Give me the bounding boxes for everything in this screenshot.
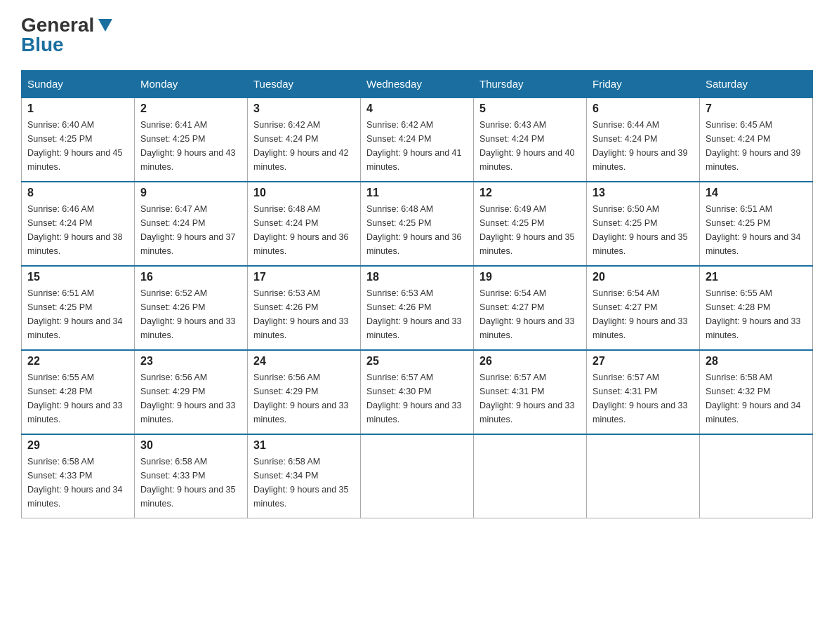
calendar-day-cell: 22 Sunrise: 6:55 AMSunset: 4:28 PMDaylig… <box>22 350 135 434</box>
day-number: 9 <box>140 187 241 199</box>
day-number: 13 <box>593 187 694 199</box>
calendar-day-cell: 24 Sunrise: 6:56 AMSunset: 4:29 PMDaylig… <box>248 350 361 434</box>
calendar-day-cell: 25 Sunrise: 6:57 AMSunset: 4:30 PMDaylig… <box>361 350 474 434</box>
day-info: Sunrise: 6:55 AMSunset: 4:28 PMDaylight:… <box>706 286 807 342</box>
calendar-day-cell: 21 Sunrise: 6:55 AMSunset: 4:28 PMDaylig… <box>700 266 813 350</box>
day-info: Sunrise: 6:58 AMSunset: 4:32 PMDaylight:… <box>706 370 807 427</box>
calendar-day-cell: 27 Sunrise: 6:57 AMSunset: 4:31 PMDaylig… <box>587 350 700 434</box>
day-info: Sunrise: 6:46 AMSunset: 4:24 PMDaylight:… <box>27 202 128 258</box>
day-number: 3 <box>253 102 355 115</box>
day-info: Sunrise: 6:53 AMSunset: 4:26 PMDaylight:… <box>366 286 468 342</box>
day-number: 23 <box>140 355 241 368</box>
calendar-day-cell <box>700 434 813 518</box>
day-number: 31 <box>253 439 355 452</box>
day-number: 29 <box>27 439 128 452</box>
calendar-day-cell: 16 Sunrise: 6:52 AMSunset: 4:26 PMDaylig… <box>135 266 248 350</box>
logo-triangle-icon <box>98 19 112 32</box>
calendar-table: SundayMondayTuesdayWednesdayThursdayFrid… <box>21 70 813 518</box>
calendar-week-row: 8 Sunrise: 6:46 AMSunset: 4:24 PMDayligh… <box>22 182 813 266</box>
day-info: Sunrise: 6:44 AMSunset: 4:24 PMDaylight:… <box>593 118 694 174</box>
weekday-header-saturday: Saturday <box>700 71 813 98</box>
calendar-day-cell: 3 Sunrise: 6:42 AMSunset: 4:24 PMDayligh… <box>248 98 361 182</box>
weekday-header-thursday: Thursday <box>474 71 587 98</box>
day-info: Sunrise: 6:43 AMSunset: 4:24 PMDaylight:… <box>479 118 581 174</box>
calendar-week-row: 22 Sunrise: 6:55 AMSunset: 4:28 PMDaylig… <box>22 350 813 434</box>
weekday-header-wednesday: Wednesday <box>361 71 474 98</box>
weekday-header-friday: Friday <box>587 71 700 98</box>
calendar-day-cell: 6 Sunrise: 6:44 AMSunset: 4:24 PMDayligh… <box>587 98 700 182</box>
calendar-day-cell: 17 Sunrise: 6:53 AMSunset: 4:26 PMDaylig… <box>248 266 361 350</box>
calendar-day-cell: 12 Sunrise: 6:49 AMSunset: 4:25 PMDaylig… <box>474 182 587 266</box>
day-number: 24 <box>253 355 355 368</box>
day-info: Sunrise: 6:54 AMSunset: 4:27 PMDaylight:… <box>593 286 694 342</box>
day-number: 6 <box>593 102 694 115</box>
weekday-header-tuesday: Tuesday <box>248 71 361 98</box>
day-number: 5 <box>479 102 581 115</box>
day-number: 10 <box>253 187 355 199</box>
day-number: 26 <box>479 355 581 368</box>
calendar-day-cell: 30 Sunrise: 6:58 AMSunset: 4:33 PMDaylig… <box>135 434 248 518</box>
calendar-day-cell <box>587 434 700 518</box>
day-info: Sunrise: 6:52 AMSunset: 4:26 PMDaylight:… <box>140 286 241 342</box>
day-number: 16 <box>140 271 241 283</box>
calendar-week-row: 29 Sunrise: 6:58 AMSunset: 4:33 PMDaylig… <box>22 434 813 518</box>
day-number: 22 <box>27 355 128 368</box>
day-number: 27 <box>593 355 694 368</box>
day-number: 11 <box>366 187 468 199</box>
day-info: Sunrise: 6:41 AMSunset: 4:25 PMDaylight:… <box>140 118 241 174</box>
day-number: 19 <box>479 271 581 283</box>
day-info: Sunrise: 6:56 AMSunset: 4:29 PMDaylight:… <box>253 370 355 427</box>
calendar-day-cell: 13 Sunrise: 6:50 AMSunset: 4:25 PMDaylig… <box>587 182 700 266</box>
page-header: General Blue <box>21 14 813 56</box>
calendar-day-cell: 7 Sunrise: 6:45 AMSunset: 4:24 PMDayligh… <box>700 98 813 182</box>
day-info: Sunrise: 6:57 AMSunset: 4:31 PMDaylight:… <box>479 370 581 427</box>
day-info: Sunrise: 6:49 AMSunset: 4:25 PMDaylight:… <box>479 202 581 258</box>
calendar-day-cell: 14 Sunrise: 6:51 AMSunset: 4:25 PMDaylig… <box>700 182 813 266</box>
calendar-day-cell: 9 Sunrise: 6:47 AMSunset: 4:24 PMDayligh… <box>135 182 248 266</box>
calendar-day-cell: 15 Sunrise: 6:51 AMSunset: 4:25 PMDaylig… <box>22 266 135 350</box>
day-number: 18 <box>366 271 468 283</box>
day-number: 17 <box>253 271 355 283</box>
day-info: Sunrise: 6:56 AMSunset: 4:29 PMDaylight:… <box>140 370 241 427</box>
day-info: Sunrise: 6:54 AMSunset: 4:27 PMDaylight:… <box>479 286 581 342</box>
day-number: 21 <box>706 271 807 283</box>
calendar-day-cell: 29 Sunrise: 6:58 AMSunset: 4:33 PMDaylig… <box>22 434 135 518</box>
logo: General Blue <box>21 14 112 56</box>
day-number: 14 <box>706 187 807 199</box>
day-info: Sunrise: 6:47 AMSunset: 4:24 PMDaylight:… <box>140 202 241 258</box>
calendar-day-cell: 2 Sunrise: 6:41 AMSunset: 4:25 PMDayligh… <box>135 98 248 182</box>
logo-blue-text: Blue <box>21 34 64 56</box>
day-info: Sunrise: 6:50 AMSunset: 4:25 PMDaylight:… <box>593 202 694 258</box>
calendar-day-cell: 31 Sunrise: 6:58 AMSunset: 4:34 PMDaylig… <box>248 434 361 518</box>
day-number: 8 <box>27 187 128 199</box>
day-info: Sunrise: 6:42 AMSunset: 4:24 PMDaylight:… <box>253 118 355 174</box>
day-info: Sunrise: 6:45 AMSunset: 4:24 PMDaylight:… <box>706 118 807 174</box>
day-number: 12 <box>479 187 581 199</box>
calendar-day-cell <box>474 434 587 518</box>
calendar-week-row: 15 Sunrise: 6:51 AMSunset: 4:25 PMDaylig… <box>22 266 813 350</box>
calendar-day-cell: 11 Sunrise: 6:48 AMSunset: 4:25 PMDaylig… <box>361 182 474 266</box>
calendar-day-cell: 1 Sunrise: 6:40 AMSunset: 4:25 PMDayligh… <box>22 98 135 182</box>
day-number: 4 <box>366 102 468 115</box>
day-info: Sunrise: 6:48 AMSunset: 4:24 PMDaylight:… <box>253 202 355 258</box>
calendar-day-cell <box>361 434 474 518</box>
day-info: Sunrise: 6:48 AMSunset: 4:25 PMDaylight:… <box>366 202 468 258</box>
day-info: Sunrise: 6:55 AMSunset: 4:28 PMDaylight:… <box>27 370 128 427</box>
day-number: 25 <box>366 355 468 368</box>
calendar-day-cell: 19 Sunrise: 6:54 AMSunset: 4:27 PMDaylig… <box>474 266 587 350</box>
day-info: Sunrise: 6:53 AMSunset: 4:26 PMDaylight:… <box>253 286 355 342</box>
calendar-day-cell: 20 Sunrise: 6:54 AMSunset: 4:27 PMDaylig… <box>587 266 700 350</box>
day-number: 15 <box>27 271 128 283</box>
day-info: Sunrise: 6:42 AMSunset: 4:24 PMDaylight:… <box>366 118 468 174</box>
day-number: 20 <box>593 271 694 283</box>
day-number: 1 <box>27 102 128 115</box>
weekday-header-monday: Monday <box>135 71 248 98</box>
calendar-day-cell: 4 Sunrise: 6:42 AMSunset: 4:24 PMDayligh… <box>361 98 474 182</box>
calendar-day-cell: 8 Sunrise: 6:46 AMSunset: 4:24 PMDayligh… <box>22 182 135 266</box>
calendar-day-cell: 23 Sunrise: 6:56 AMSunset: 4:29 PMDaylig… <box>135 350 248 434</box>
day-number: 28 <box>706 355 807 368</box>
day-info: Sunrise: 6:58 AMSunset: 4:33 PMDaylight:… <box>27 455 128 511</box>
calendar-day-cell: 5 Sunrise: 6:43 AMSunset: 4:24 PMDayligh… <box>474 98 587 182</box>
day-info: Sunrise: 6:58 AMSunset: 4:34 PMDaylight:… <box>253 455 355 511</box>
calendar-day-cell: 28 Sunrise: 6:58 AMSunset: 4:32 PMDaylig… <box>700 350 813 434</box>
